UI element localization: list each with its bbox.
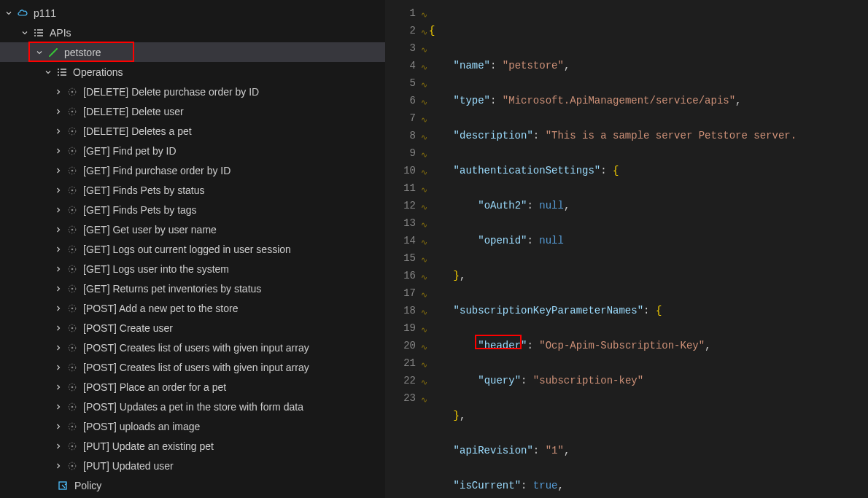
operation-label: [GET] Logs out current logged in user se… <box>83 244 291 255</box>
chevron-down-icon <box>3 7 15 19</box>
chevron-right-icon <box>53 460 64 472</box>
json-oauth-val: null <box>539 200 564 211</box>
operation-item[interactable]: [POST] uploads an image <box>0 416 385 436</box>
operation-label: [GET] Logs user into the system <box>83 263 229 275</box>
line-number: 17∿ <box>385 284 429 302</box>
tree-apis-label: APIs <box>50 27 71 39</box>
operation-label: [POST] Add a new pet to the store <box>83 303 238 314</box>
operation-icon <box>66 223 79 236</box>
chevron-right-icon <box>53 224 64 236</box>
line-number: 19∿ <box>385 319 429 337</box>
tree-petstore[interactable]: petstore <box>0 42 385 62</box>
chevron-right-icon <box>53 440 64 452</box>
chevron-right-icon <box>53 165 64 176</box>
chevron-right-icon <box>53 184 64 196</box>
line-number: 15∿ <box>385 249 429 267</box>
operation-item[interactable]: [POST] Add a new pet to the store <box>0 298 385 318</box>
svg-point-23 <box>71 307 74 309</box>
operation-item[interactable]: [DELETE] Deletes a pet <box>0 121 385 141</box>
svg-point-15 <box>71 228 74 230</box>
operation-item[interactable]: [POST] Create user <box>0 318 385 338</box>
operation-item[interactable]: [GET] Get user by user name <box>0 219 385 239</box>
chevron-right-icon <box>53 362 64 373</box>
operation-item[interactable]: [GET] Logs user into the system <box>0 259 385 279</box>
operation-item[interactable]: [GET] Find purchase order by ID <box>0 160 385 180</box>
policy-icon <box>57 479 70 492</box>
operation-icon <box>66 440 79 453</box>
chevron-right-icon <box>53 401 64 413</box>
code-editor[interactable]: 1∿2∿3∿4∿5∿6∿7∿8∿9∿10∿11∿12∿13∿14∿15∿16∿1… <box>385 0 868 498</box>
line-number: 20∿ <box>385 337 429 354</box>
line-number: 14∿ <box>385 232 429 249</box>
svg-point-9 <box>71 169 74 171</box>
operation-item[interactable]: [POST] Updates a pet in the store with f… <box>0 397 385 416</box>
tree-policy[interactable]: Policy <box>0 475 385 495</box>
code-area[interactable]: { "name": "petstore", "type": "Microsoft… <box>429 0 868 498</box>
operation-item[interactable]: [GET] Returns pet inventories by status <box>0 279 385 298</box>
operation-item[interactable]: [DELETE] Delete purchase order by ID <box>0 82 385 101</box>
json-iscur-val: true <box>533 480 558 491</box>
operation-label: [GET] Find purchase order by ID <box>83 165 230 176</box>
list-icon <box>55 66 69 79</box>
line-number: 9∿ <box>385 144 429 162</box>
operation-label: [GET] Returns pet inventories by status <box>83 283 261 295</box>
json-query-val: subscription-key <box>539 375 637 386</box>
chevron-down-icon <box>19 27 31 39</box>
sidebar: p111 APIs petstore Operations <box>0 0 385 498</box>
operation-item[interactable]: [PUT] Update an existing pet <box>0 436 385 456</box>
chevron-right-icon <box>53 86 64 98</box>
operation-label: [PUT] Updated user <box>83 460 174 472</box>
line-number: 5∿ <box>385 74 429 92</box>
operation-item[interactable]: [GET] Finds Pets by tags <box>0 200 385 219</box>
operation-icon <box>66 400 79 413</box>
line-number: 12∿ <box>385 197 429 214</box>
operation-label: [GET] Get user by user name <box>83 224 217 236</box>
operation-label: [DELETE] Delete user <box>83 106 184 117</box>
tree-apis[interactable]: APIs <box>0 23 385 42</box>
operation-label: [POST] Creates list of users with given … <box>83 362 309 373</box>
operation-label: [POST] Place an order for a pet <box>83 381 226 393</box>
tree-policy-label: Policy <box>74 480 101 491</box>
svg-point-1 <box>71 90 74 93</box>
chevron-right-icon <box>53 145 64 157</box>
line-number: 16∿ <box>385 267 429 284</box>
line-number: 21∿ <box>385 354 429 372</box>
operation-label: [PUT] Update an existing pet <box>83 440 214 452</box>
line-number: 4∿ <box>385 57 429 74</box>
operation-item[interactable]: [POST] Creates list of users with given … <box>0 338 385 357</box>
chevron-right-icon <box>53 303 64 314</box>
operation-icon <box>66 125 79 138</box>
operation-label: [DELETE] Delete purchase order by ID <box>83 86 259 98</box>
svg-point-33 <box>71 405 74 408</box>
svg-point-27 <box>71 346 74 349</box>
list-icon <box>32 26 45 39</box>
tree-petstore-label: petstore <box>64 47 101 58</box>
json-openid-key: openid <box>484 235 521 246</box>
operation-icon <box>66 144 79 157</box>
operation-icon <box>66 381 79 394</box>
operation-item[interactable]: [POST] Place an order for a pet <box>0 377 385 397</box>
chevron-down-icon <box>42 66 54 78</box>
chevron-right-icon <box>53 283 64 295</box>
cloud-icon <box>16 7 29 20</box>
tree-root[interactable]: p111 <box>0 3 385 23</box>
line-number: 2∿ <box>385 22 429 39</box>
tree-operations-label: Operations <box>73 66 123 78</box>
operation-icon <box>66 459 79 472</box>
operation-item[interactable]: [GET] Finds Pets by status <box>0 180 385 200</box>
svg-point-31 <box>71 386 74 388</box>
operation-item[interactable]: [GET] Find pet by ID <box>0 141 385 160</box>
json-auth-key: authenticationSettings <box>460 165 594 176</box>
line-number: 6∿ <box>385 92 429 109</box>
operation-item[interactable]: [DELETE] Delete user <box>0 101 385 121</box>
line-number: 8∿ <box>385 127 429 144</box>
line-gutter: 1∿2∿3∿4∿5∿6∿7∿8∿9∿10∿11∿12∿13∿14∿15∿16∿1… <box>385 0 429 498</box>
operation-icon <box>66 184 79 197</box>
operation-item[interactable]: [PUT] Updated user <box>0 456 385 475</box>
tree-root-label: p111 <box>34 7 56 19</box>
operation-item[interactable]: [GET] Logs out current logged in user se… <box>0 239 385 259</box>
operation-icon <box>66 164 79 177</box>
operation-icon <box>66 322 79 335</box>
tree-operations[interactable]: Operations <box>0 62 385 82</box>
operation-item[interactable]: [POST] Creates list of users with given … <box>0 357 385 377</box>
